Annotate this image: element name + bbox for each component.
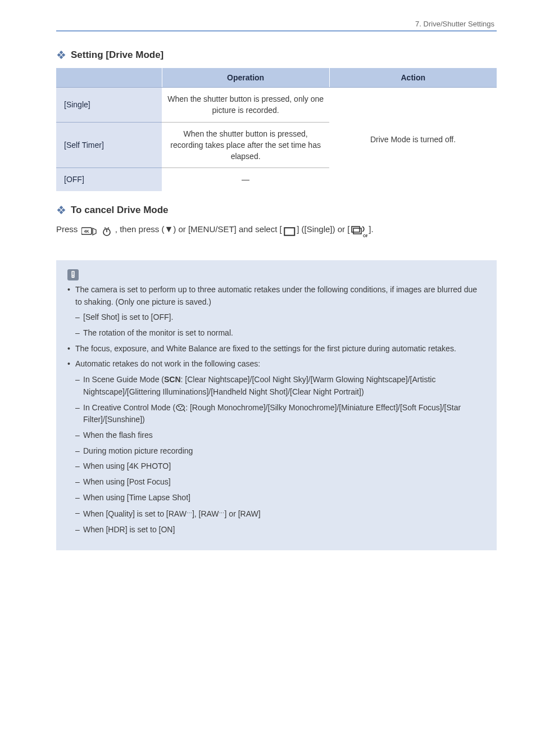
- svg-rect-5: [353, 228, 361, 234]
- table-cell: Drive Mode is turned off.: [329, 87, 497, 191]
- table-row-label: [Single]: [56, 87, 162, 122]
- divider: [56, 30, 497, 31]
- svg-point-10: [176, 404, 184, 410]
- svg-rect-4: [352, 227, 360, 232]
- svg-point-9: [72, 275, 74, 277]
- note-item: [Self Shot] is set to [OFF].: [67, 311, 485, 324]
- note-item: When [HDR] is set to [ON]: [67, 524, 485, 536]
- creative-control-icon: [175, 403, 185, 412]
- text: ] ([Single]) or [: [297, 224, 349, 234]
- text: or [MENU/SET] and select [: [178, 224, 281, 234]
- note-item: The camera is set to perform up to three…: [67, 284, 485, 308]
- svg-rect-8: [72, 271, 74, 275]
- svg-point-11: [178, 406, 179, 407]
- note-item: When [Quality] is set to [RAW…], [RAW…] …: [67, 507, 485, 520]
- note-item: When using [4K PHOTO]: [67, 460, 485, 473]
- scn-mode-icon: SCN: [164, 375, 181, 384]
- 4k-photo-icon: 4K: [81, 225, 97, 238]
- note-item: When using [Time Lapse Shot]: [67, 492, 485, 504]
- table-cell: —: [162, 168, 329, 191]
- table-header: Operation: [162, 68, 329, 88]
- self-timer-icon: [102, 225, 112, 238]
- note-item: The rotation of the monitor is set to no…: [67, 327, 485, 339]
- svg-rect-3: [284, 228, 294, 236]
- table-row-label: [OFF]: [56, 168, 162, 191]
- svg-text:OFF: OFF: [363, 234, 367, 238]
- cancel-instruction: Press 4K , then press (▼) or [MENU/SET] …: [56, 223, 497, 238]
- note-item: When the flash fires: [67, 429, 485, 442]
- section-title-drive-mode: Setting [Drive Mode]: [71, 48, 163, 62]
- note-item: During motion picture recording: [67, 445, 485, 458]
- section-bullet-icon: ❖: [56, 49, 66, 61]
- single-shot-icon: [283, 225, 296, 238]
- table-header: [56, 68, 162, 88]
- table-header: Action: [329, 68, 497, 88]
- note-item: When using [Post Focus]: [67, 476, 485, 488]
- section-bullet-icon: ❖: [56, 205, 66, 216]
- section-title-cancel: To cancel Drive Mode: [71, 203, 169, 218]
- notes-box: The camera is set to perform up to three…: [56, 260, 497, 550]
- note-item: Automatic retakes do not work in the fol…: [67, 358, 485, 370]
- svg-point-13: [180, 408, 181, 409]
- section-header: 7. Drive/Shutter Settings: [415, 19, 494, 30]
- svg-point-12: [181, 406, 183, 407]
- note-item: In Creative Control Mode (: [Rough Monoc…: [67, 402, 485, 426]
- text: ].: [369, 224, 373, 234]
- note-item: The focus, exposure, and White Balance a…: [67, 343, 485, 355]
- table-cell: When the shutter button is pressed, only…: [162, 87, 329, 122]
- note-icon: [67, 269, 79, 280]
- drive-mode-table: Operation Action [Single] When the shutt…: [56, 68, 497, 191]
- text: Press: [56, 224, 80, 234]
- text: , then press: [115, 224, 162, 234]
- drive-off-icon: OFF: [351, 225, 367, 238]
- table-cell: When the shutter button is pressed, reco…: [162, 122, 329, 168]
- note-item: In Scene Guide Mode (SCN: [Clear Nightsc…: [67, 374, 485, 398]
- table-row-label: [Self Timer]: [56, 122, 162, 168]
- svg-text:4K: 4K: [84, 229, 89, 233]
- down-arrow-icon: ▼: [164, 224, 173, 234]
